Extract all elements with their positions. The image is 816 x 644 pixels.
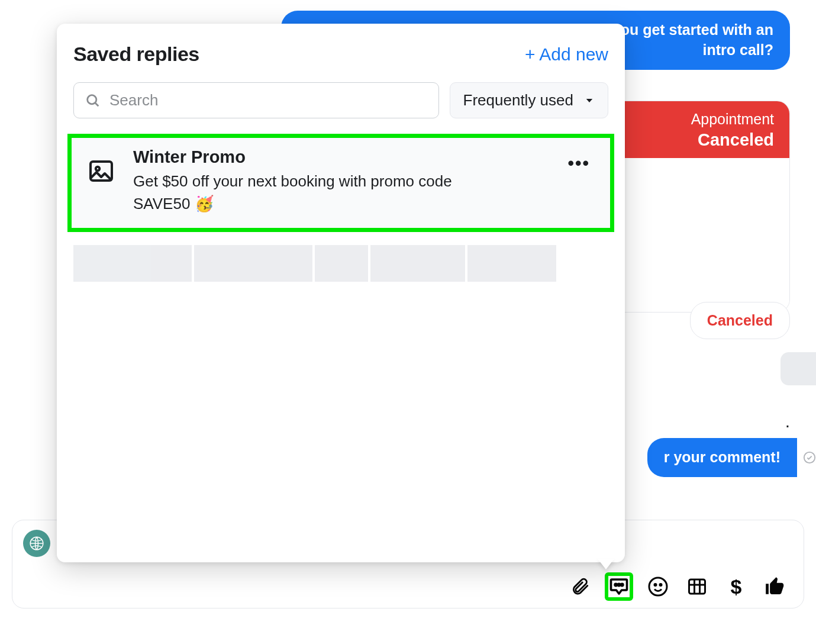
search-input[interactable]	[109, 91, 428, 110]
reply-menu-button[interactable]: •••	[567, 153, 590, 173]
text-fragment: .	[785, 411, 790, 432]
add-new-button[interactable]: + Add new	[525, 44, 608, 65]
search-box[interactable]	[73, 82, 439, 118]
svg-point-0	[804, 452, 815, 463]
thumbs-up-icon[interactable]	[761, 572, 789, 601]
svg-point-11	[96, 167, 99, 170]
outgoing-row: r your comment!	[647, 438, 816, 477]
chevron-down-icon	[584, 95, 595, 106]
svg-point-7	[660, 584, 662, 586]
svg-rect-8	[689, 579, 705, 594]
svg-point-4	[621, 584, 623, 585]
sort-label: Frequently used	[463, 91, 573, 110]
incoming-bubble-fragment	[780, 352, 816, 385]
saved-reply-body: Get $50 off your next booking with promo…	[133, 170, 512, 215]
saved-reply-item[interactable]: Winter Promo Get $50 off your next booki…	[67, 134, 614, 232]
svg-point-3	[618, 584, 620, 585]
saved-reply-title: Winter Promo	[133, 147, 550, 167]
composer-toolbar: $	[23, 572, 793, 601]
table-icon[interactable]	[683, 572, 711, 601]
sort-select[interactable]: Frequently used	[450, 82, 608, 118]
svg-point-2	[615, 584, 617, 585]
status-bubble: Canceled	[690, 302, 790, 339]
popup-tail	[598, 559, 614, 569]
svg-point-5	[649, 578, 667, 595]
smiley-icon[interactable]	[644, 572, 672, 601]
dollar-icon[interactable]: $	[722, 572, 750, 601]
saved-replies-popup: Saved replies + Add new Frequently used …	[57, 24, 625, 562]
image-icon	[87, 157, 115, 185]
svg-point-6	[654, 584, 656, 586]
avatar	[23, 530, 50, 557]
saved-replies-icon[interactable]	[605, 572, 633, 601]
popup-title: Saved replies	[73, 43, 199, 66]
attachment-icon[interactable]	[566, 572, 594, 601]
outgoing-message-partial: r your comment!	[647, 438, 797, 477]
placeholder-row	[73, 245, 608, 282]
sent-check-icon	[803, 451, 816, 464]
search-icon	[85, 92, 101, 109]
